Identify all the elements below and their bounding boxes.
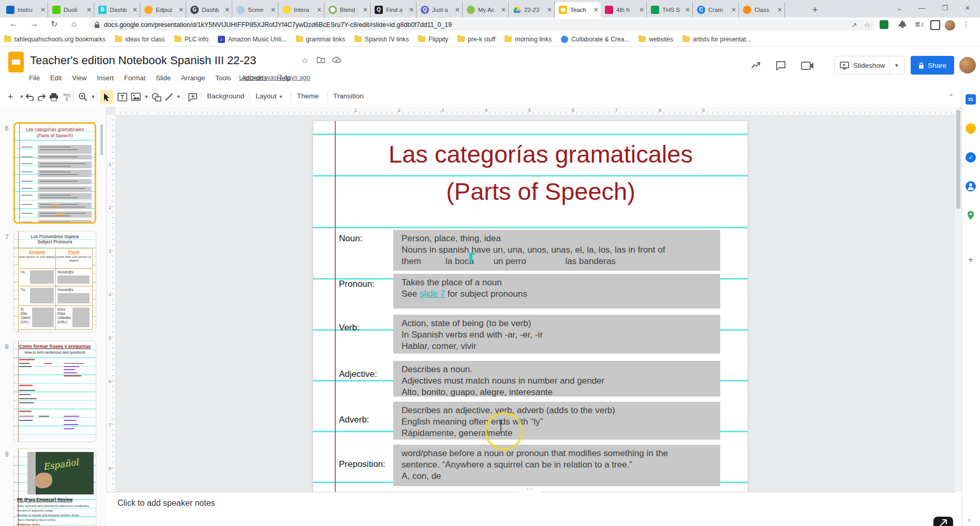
bookmark-item[interactable]: PLC info <box>174 36 209 43</box>
overlay-tool-button[interactable] <box>933 517 953 526</box>
browser-tab[interactable]: Edpuz✕ <box>140 2 186 18</box>
part-of-speech-label[interactable]: Adjective: <box>339 369 391 379</box>
part-of-speech-label[interactable]: Verb: <box>339 323 391 333</box>
part-of-speech-label[interactable]: Pronoun: <box>339 279 391 289</box>
tab-close-icon[interactable]: ✕ <box>501 6 506 13</box>
tab-close-icon[interactable]: ✕ <box>685 6 690 13</box>
speaker-notes-pane[interactable]: Click to add speaker notes <box>106 492 955 526</box>
slide-thumbnail-8[interactable]: Como formar frases y preguntas How to fo… <box>13 341 96 442</box>
browser-tab[interactable]: Intera✕ <box>278 2 324 18</box>
back-icon[interactable]: ← <box>9 19 18 28</box>
menu-edit[interactable]: Edit <box>45 72 67 83</box>
text-box-icon[interactable] <box>116 91 128 103</box>
background-button[interactable]: Background <box>207 92 244 100</box>
filmstrip-scrollbar[interactable] <box>100 124 103 155</box>
new-tab-button[interactable]: + <box>808 4 822 17</box>
tab-close-icon[interactable]: ✕ <box>86 6 92 13</box>
browser-tab[interactable]: 22-23✕ <box>509 2 555 18</box>
tab-close-icon[interactable]: ✕ <box>317 6 322 13</box>
tasks-icon[interactable]: ✓ <box>966 152 976 163</box>
canvas-scrollbar[interactable] <box>955 107 961 492</box>
browser-tab[interactable]: Blend✕ <box>324 2 370 18</box>
classroom-extension-icon[interactable] <box>880 20 888 29</box>
part-of-speech-label[interactable]: Adverb: <box>339 415 391 425</box>
browser-tab[interactable]: My Ac✕ <box>463 2 509 18</box>
move-folder-icon[interactable] <box>317 56 325 65</box>
part-of-speech-label[interactable]: Preposition: <box>339 459 391 470</box>
activity-dashboard-icon[interactable] <box>750 60 762 74</box>
tab-close-icon[interactable]: ✕ <box>225 6 230 13</box>
tab-close-icon[interactable]: ✕ <box>363 6 368 13</box>
part-of-speech-label[interactable]: Noun: <box>339 233 391 244</box>
meet-camera-icon[interactable] <box>801 60 816 74</box>
minimize-button[interactable]: — <box>911 0 933 17</box>
tab-close-icon[interactable]: ✕ <box>40 6 46 13</box>
definition-box[interactable]: word/phase before a noun or pronoun that… <box>393 445 720 486</box>
extensions-puzzle-icon[interactable] <box>898 20 907 31</box>
menu-arrange[interactable]: Arrange <box>176 72 210 83</box>
profile-caret-icon[interactable]: ⌄ <box>888 0 911 17</box>
tab-close-icon[interactable]: ✕ <box>271 6 276 13</box>
tab-close-icon[interactable]: ✕ <box>731 6 736 13</box>
reload-icon[interactable]: ↻ <box>51 19 57 29</box>
bookmark-item[interactable]: Collaborate & Crea... <box>561 36 629 43</box>
theme-button[interactable]: Theme <box>297 92 319 100</box>
tab-close-icon[interactable]: ✕ <box>593 6 599 13</box>
browser-tab[interactable]: Instru✕ <box>2 2 48 18</box>
bookmark-item[interactable]: grammar links <box>296 36 345 43</box>
send-to-devices-icon[interactable]: ↗ <box>851 21 857 29</box>
tab-close-icon[interactable]: ✕ <box>179 6 184 13</box>
last-edit-link[interactable]: Last edit was 7 days ago <box>239 74 310 81</box>
bookmark-item[interactable]: pre-k stuff <box>457 36 495 43</box>
tab-close-icon[interactable]: ✕ <box>639 6 644 13</box>
forward-icon[interactable]: → <box>30 19 38 28</box>
print-icon[interactable] <box>48 91 60 103</box>
tab-close-icon[interactable]: ✕ <box>132 6 138 13</box>
browser-tab[interactable]: Scree✕ <box>232 2 278 18</box>
bookmark-item[interactable]: Spanish IV links <box>354 36 409 43</box>
browser-avatar[interactable] <box>945 20 955 31</box>
bookmark-item[interactable]: websites <box>639 36 673 43</box>
slide-thumbnail-6[interactable]: Las categorías gramaticales (Parts of Sp… <box>13 122 96 224</box>
menu-view[interactable]: View <box>67 72 92 83</box>
browser-tab[interactable]: GDashb✕ <box>186 2 232 18</box>
browser-tab[interactable]: Teach✕ <box>555 2 601 18</box>
undo-icon[interactable] <box>24 91 36 103</box>
side-panel-extension-icon[interactable] <box>930 20 940 30</box>
tab-close-icon[interactable]: ✕ <box>455 6 460 13</box>
layout-button[interactable]: Layout ▼ <box>256 92 283 100</box>
browser-tab[interactable]: 4th h✕ <box>601 2 647 18</box>
hide-side-panel-icon[interactable]: › <box>968 516 970 523</box>
definition-box[interactable]: Takes the place of a nounSee slide 7 for… <box>393 274 720 309</box>
share-button[interactable]: Share <box>911 56 954 75</box>
paint-format-icon[interactable] <box>60 91 72 103</box>
bookmark-item[interactable]: artists for presentat... <box>682 36 751 43</box>
document-title[interactable]: Teacher's edition Notebook Spanish III 2… <box>30 54 256 67</box>
bookmark-item[interactable]: morning links <box>504 36 552 43</box>
speaker-notes-placeholder[interactable]: Click to add speaker notes <box>117 499 215 508</box>
menu-file[interactable]: File <box>24 72 45 83</box>
slides-logo-icon[interactable] <box>8 52 24 72</box>
browser-tab[interactable]: THS S✕ <box>647 2 693 18</box>
close-window-button[interactable]: ✕ <box>956 0 979 17</box>
slide-thumbnail-9[interactable]: Español PE (Para Empezar) Review Daily a… <box>13 448 96 526</box>
bookmark-item[interactable]: ideas for class <box>115 36 165 43</box>
keep-icon[interactable] <box>966 123 976 134</box>
browser-tab[interactable]: QJust a✕ <box>417 2 463 18</box>
slide7-link[interactable]: slide 7 <box>420 289 445 299</box>
media-queue-icon[interactable]: ≣♪ <box>915 20 924 28</box>
collapse-toolbar-icon[interactable]: ⌃ <box>945 91 957 103</box>
menu-insert[interactable]: Insert <box>92 72 119 83</box>
transition-button[interactable]: Transition <box>333 92 364 100</box>
star-document-icon[interactable]: ☆ <box>301 56 308 65</box>
insert-comment-icon[interactable] <box>186 91 199 103</box>
calendar-icon[interactable]: 31 <box>966 94 976 105</box>
comments-icon[interactable] <box>775 60 786 74</box>
bookmark-star-icon[interactable]: ☆ <box>864 21 870 29</box>
address-bar[interactable]: docs.google.com/presentation/d/1kY5NVIJU… <box>89 19 875 31</box>
browser-tab[interactable]: QFind a✕ <box>370 2 417 18</box>
definition-box[interactable]: Describes a noun.Adjectives must match n… <box>393 361 720 397</box>
slide-title-line2[interactable]: (Parts of Speech) <box>365 177 717 206</box>
line-caret-icon[interactable]: ▼ <box>172 91 185 103</box>
bookmark-item[interactable]: tahlequahschools.org bookmarks <box>4 36 106 43</box>
